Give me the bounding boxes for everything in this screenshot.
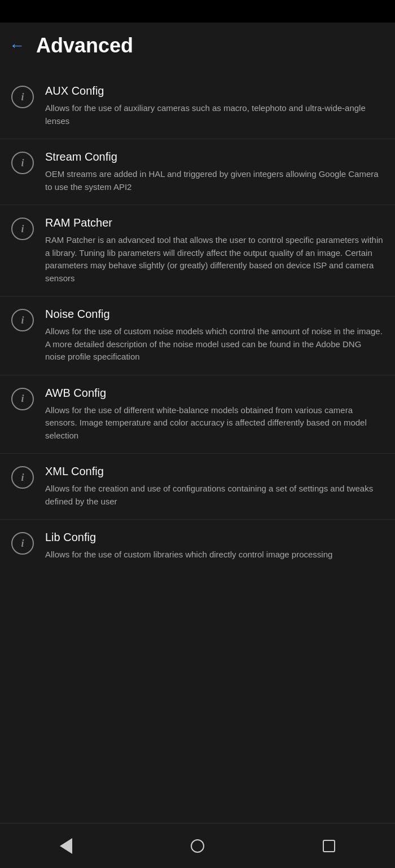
item-title-xml-config: XML Config: [45, 465, 384, 478]
item-title-aux-config: AUX Config: [45, 85, 384, 98]
info-icon-lib-config: i: [11, 532, 34, 555]
list-item-noise-config[interactable]: i Noise Config Allows for the use of cus…: [0, 296, 395, 375]
list-item-stream-config[interactable]: i Stream Config OEM streams are added in…: [0, 139, 395, 205]
nav-bar: [0, 823, 395, 868]
item-title-ram-patcher: RAM Patcher: [45, 216, 384, 229]
nav-recents-button[interactable]: [312, 835, 346, 857]
back-button[interactable]: ←: [9, 38, 25, 54]
list-item-xml-config[interactable]: i XML Config Allows for the creation and…: [0, 454, 395, 520]
item-description-noise-config: Allows for the use of custom noise model…: [45, 325, 384, 364]
settings-list: i AUX Config Allows for the use of auxil…: [0, 69, 395, 823]
list-item-ram-patcher[interactable]: i RAM Patcher RAM Patcher is an advanced…: [0, 205, 395, 296]
list-item-awb-config[interactable]: i AWB Config Allows for the use of diffe…: [0, 375, 395, 454]
item-title-lib-config: Lib Config: [45, 531, 384, 544]
item-description-lib-config: Allows for the use of custom libraries w…: [45, 548, 384, 561]
list-item-lib-config[interactable]: i Lib Config Allows for the use of custo…: [0, 520, 395, 573]
page-title: Advanced: [36, 34, 133, 57]
info-icon-xml-config: i: [11, 466, 34, 489]
item-title-noise-config: Noise Config: [45, 308, 384, 321]
nav-back-button[interactable]: [49, 835, 83, 857]
item-description-stream-config: OEM streams are added in HAL and trigger…: [45, 168, 384, 193]
item-description-ram-patcher: RAM Patcher is an advanced tool that all…: [45, 234, 384, 285]
info-icon-awb-config: i: [11, 388, 34, 410]
header: ← Advanced: [0, 23, 395, 69]
item-title-stream-config: Stream Config: [45, 150, 384, 163]
item-description-xml-config: Allows for the creation and use of confi…: [45, 482, 384, 508]
info-icon-aux-config: i: [11, 86, 34, 108]
nav-home-button[interactable]: [181, 835, 214, 857]
item-description-awb-config: Allows for the use of different white-ba…: [45, 404, 384, 442]
info-icon-noise-config: i: [11, 309, 34, 331]
info-icon-ram-patcher: i: [11, 218, 34, 240]
info-icon-stream-config: i: [11, 152, 34, 174]
nav-recents-icon: [323, 840, 335, 852]
item-description-aux-config: Allows for the use of auxiliary cameras …: [45, 102, 384, 127]
nav-home-icon: [191, 839, 204, 853]
list-item-aux-config[interactable]: i AUX Config Allows for the use of auxil…: [0, 73, 395, 139]
item-title-awb-config: AWB Config: [45, 387, 384, 400]
status-bar: [0, 0, 395, 23]
nav-back-icon: [60, 838, 72, 854]
